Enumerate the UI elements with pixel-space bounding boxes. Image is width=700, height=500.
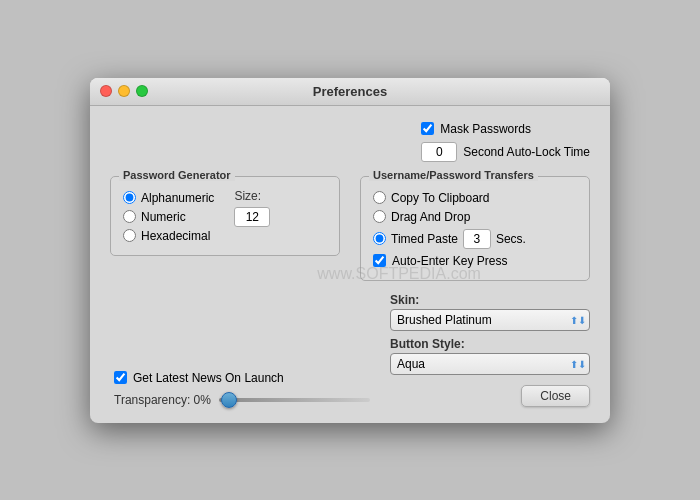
transparency-slider-track[interactable]	[219, 398, 370, 402]
auto-enter-row: Auto-Enter Key Press	[373, 254, 577, 268]
mask-passwords-label: Mask Passwords	[440, 122, 531, 136]
close-traffic-light[interactable]	[100, 85, 112, 97]
password-radio-group: Alphanumeric Numeric Hexadecimal	[123, 191, 214, 243]
password-generator-group: Password Generator Alphanumeric Numeric	[110, 176, 340, 256]
button-style-select-wrapper: Aqua Brushed Platinum Dark ⬆⬇	[390, 353, 590, 375]
titlebar: Preferences	[90, 78, 610, 106]
button-style-label: Button Style:	[390, 337, 590, 351]
radio-alphanumeric[interactable]	[123, 191, 136, 204]
top-section: Mask Passwords Second Auto-Lock Time	[110, 122, 590, 162]
auto-lock-row: Second Auto-Lock Time	[421, 142, 590, 162]
size-input[interactable]	[234, 207, 270, 227]
transfers-group-title: Username/Password Transfers	[369, 169, 538, 181]
auto-lock-label: Second Auto-Lock Time	[463, 145, 590, 159]
news-checkbox-row: Get Latest News On Launch	[114, 371, 370, 385]
button-style-select[interactable]: Aqua Brushed Platinum Dark	[390, 353, 590, 375]
left-column: Password Generator Alphanumeric Numeric	[110, 176, 340, 281]
bottom-left: Get Latest News On Launch Transparency: …	[110, 371, 370, 407]
radio-hexadecimal[interactable]	[123, 229, 136, 242]
auto-enter-label: Auto-Enter Key Press	[392, 254, 507, 268]
timed-paste-input[interactable]	[463, 229, 491, 249]
radio-alphanumeric-row: Alphanumeric	[123, 191, 214, 205]
radio-copy-clipboard[interactable]	[373, 191, 386, 204]
traffic-lights	[100, 85, 148, 97]
transfers-group: Username/Password Transfers Copy To Clip…	[360, 176, 590, 281]
radio-alphanumeric-label: Alphanumeric	[141, 191, 214, 205]
radio-drag-drop-label: Drag And Drop	[391, 210, 470, 224]
news-label: Get Latest News On Launch	[133, 371, 284, 385]
maximize-traffic-light[interactable]	[136, 85, 148, 97]
transparency-row: Transparency: 0%	[114, 393, 370, 407]
radio-timed-paste-label: Timed Paste	[391, 232, 458, 246]
preferences-window: Preferences Mask Passwords Second Auto-L…	[90, 78, 610, 423]
auto-lock-input[interactable]	[421, 142, 457, 162]
skin-select[interactable]: Brushed Platinum Aqua Dark	[390, 309, 590, 331]
radio-timed-paste[interactable]	[373, 232, 386, 245]
mask-passwords-checkbox[interactable]	[421, 122, 434, 135]
bottom-row-left: Get Latest News On Launch Transparency: …	[110, 369, 370, 407]
radio-hexadecimal-label: Hexadecimal	[141, 229, 210, 243]
skin-select-wrapper: Brushed Platinum Aqua Dark ⬆⬇	[390, 309, 590, 331]
radio-numeric-label: Numeric	[141, 210, 186, 224]
size-label: Size:	[234, 189, 270, 203]
radio-copy-clipboard-row: Copy To Clipboard	[373, 191, 577, 205]
radio-drag-drop[interactable]	[373, 210, 386, 223]
skin-section: Skin: Brushed Platinum Aqua Dark ⬆⬇	[390, 293, 590, 331]
transparency-label: Transparency: 0%	[114, 393, 211, 407]
radio-numeric[interactable]	[123, 210, 136, 223]
mask-passwords-row: Mask Passwords	[421, 122, 590, 136]
transparency-slider-thumb[interactable]	[221, 392, 237, 408]
timed-paste-row: Timed Paste Secs.	[373, 229, 577, 249]
main-columns: Password Generator Alphanumeric Numeric	[110, 176, 590, 281]
password-generator-title: Password Generator	[119, 169, 235, 181]
radio-numeric-row: Numeric	[123, 210, 214, 224]
radio-drag-drop-row: Drag And Drop	[373, 210, 577, 224]
bottom-row: Get Latest News On Launch Transparency: …	[110, 293, 590, 407]
size-row: Size:	[234, 189, 270, 227]
timed-paste-secs: Secs.	[496, 232, 526, 246]
radio-hexadecimal-row: Hexadecimal	[123, 229, 214, 243]
close-row: Close	[390, 385, 590, 407]
minimize-traffic-light[interactable]	[118, 85, 130, 97]
news-checkbox[interactable]	[114, 371, 127, 384]
auto-enter-checkbox[interactable]	[373, 254, 386, 267]
bottom-row-right: Skin: Brushed Platinum Aqua Dark ⬆⬇ Butt…	[390, 293, 590, 407]
transfers-radios: Copy To Clipboard Drag And Drop Timed Pa…	[373, 191, 577, 268]
top-right-options: Mask Passwords Second Auto-Lock Time	[421, 122, 590, 162]
window-title: Preferences	[90, 84, 610, 99]
close-button[interactable]: Close	[521, 385, 590, 407]
skin-label: Skin:	[390, 293, 590, 307]
radio-copy-clipboard-label: Copy To Clipboard	[391, 191, 490, 205]
window-content: Mask Passwords Second Auto-Lock Time Pas…	[90, 106, 610, 423]
button-style-section: Button Style: Aqua Brushed Platinum Dark…	[390, 337, 590, 375]
right-column: Username/Password Transfers Copy To Clip…	[360, 176, 590, 281]
radio-with-size: Alphanumeric Numeric Hexadecimal	[123, 187, 327, 243]
